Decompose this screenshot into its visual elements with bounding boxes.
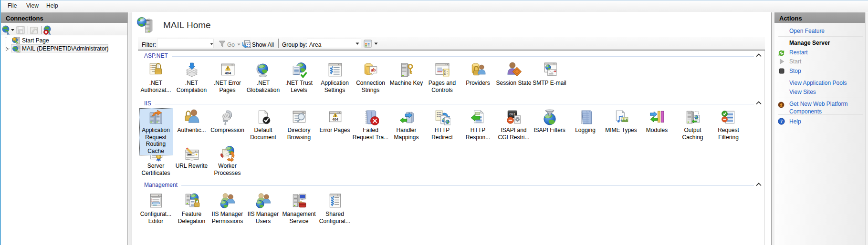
svg-text:404: 404 (224, 71, 231, 75)
svg-text:ab: ab (371, 67, 376, 72)
svg-text:404: 404 (332, 117, 338, 122)
svg-text:?: ? (780, 119, 783, 124)
